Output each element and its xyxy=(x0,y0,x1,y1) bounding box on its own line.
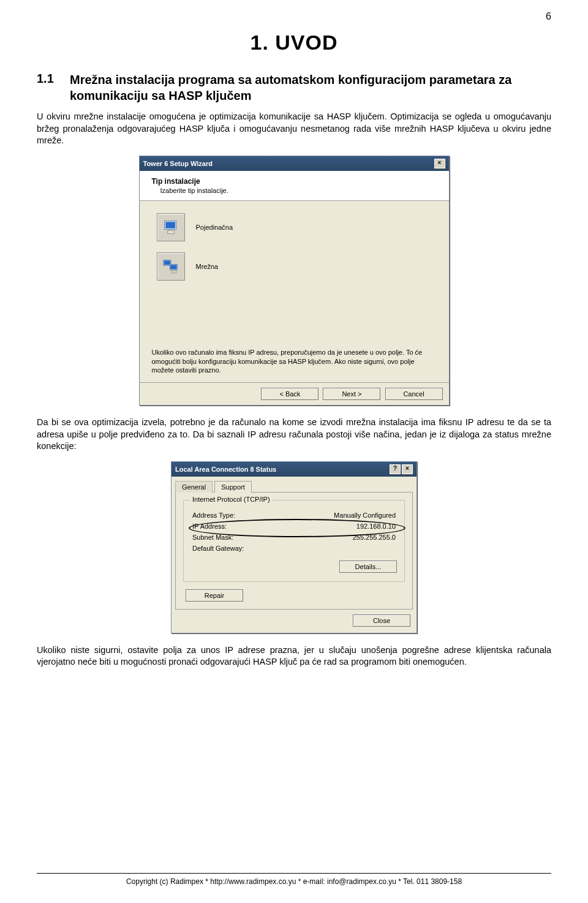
tab-general[interactable]: General xyxy=(175,481,213,493)
section-title: Mrežna instalacija programa sa automatsk… xyxy=(70,72,551,104)
subnet-mask-label: Subnet Mask: xyxy=(192,534,233,541)
ip-address-label: IP Address: xyxy=(192,523,227,530)
back-button[interactable]: < Back xyxy=(261,388,318,400)
group-title-tcpip: Internet Protocol (TCP/IP) xyxy=(190,496,273,503)
status-title-text: Local Area Connection 8 Status xyxy=(175,466,276,473)
network-computers-icon xyxy=(157,252,185,281)
next-button[interactable]: Next > xyxy=(323,388,380,400)
page-footer: Copyright (c) Radimpex * http://www.radi… xyxy=(37,873,551,886)
paragraph-optimization: Da bi se ova optimizacija izvela, potreb… xyxy=(37,417,551,453)
repair-button[interactable]: Repair xyxy=(186,589,243,602)
install-option-network[interactable]: Mrežna xyxy=(157,252,432,281)
subnet-mask-value: 255.255.255.0 xyxy=(353,534,396,541)
status-dialog: Local Area Connection 8 Status ? × Gener… xyxy=(171,461,417,633)
install-label-network: Mrežna xyxy=(196,263,219,270)
help-icon[interactable]: ? xyxy=(390,464,401,474)
close-icon[interactable]: × xyxy=(402,464,413,474)
svg-rect-4 xyxy=(164,260,170,265)
wizard-note: Ukoliko ovo računalo ima fiksnu IP adres… xyxy=(140,343,449,383)
address-type-value: Manually Configured xyxy=(334,512,396,519)
page-title: 1. UVOD xyxy=(37,31,551,55)
install-option-single[interactable]: Pojedinačna xyxy=(157,213,432,241)
default-gateway-label: Default Gateway: xyxy=(192,545,244,552)
paragraph-intro: U okviru mrežne instalacije omogućena je… xyxy=(37,111,551,147)
details-button[interactable]: Details... xyxy=(339,561,397,573)
close-icon[interactable]: × xyxy=(434,159,445,168)
computer-icon xyxy=(157,213,185,241)
svg-rect-1 xyxy=(165,222,175,229)
address-type-label: Address Type: xyxy=(192,512,235,519)
wizard-title-text: Tower 6 Setup Wizard xyxy=(143,160,213,167)
svg-rect-6 xyxy=(170,265,177,269)
page-number: 6 xyxy=(546,11,551,22)
tab-support[interactable]: Support xyxy=(214,481,252,493)
paragraph-warning: Ukoliko niste sigurni, ostavite polja za… xyxy=(37,644,551,668)
svg-rect-7 xyxy=(172,271,176,273)
wizard-dialog: Tower 6 Setup Wizard × Tip instalacije I… xyxy=(139,156,450,406)
close-button[interactable]: Close xyxy=(353,614,410,627)
svg-rect-2 xyxy=(167,230,174,233)
install-label-single: Pojedinačna xyxy=(196,224,233,231)
wizard-header-title: Tip instalacije xyxy=(152,177,439,186)
wizard-header-subtitle: Izaberite tip instalacije. xyxy=(160,187,439,194)
cancel-button[interactable]: Cancel xyxy=(385,388,443,400)
section-number: 1.1 xyxy=(37,72,70,104)
ip-address-value: 192.168.0.10 xyxy=(356,523,396,530)
